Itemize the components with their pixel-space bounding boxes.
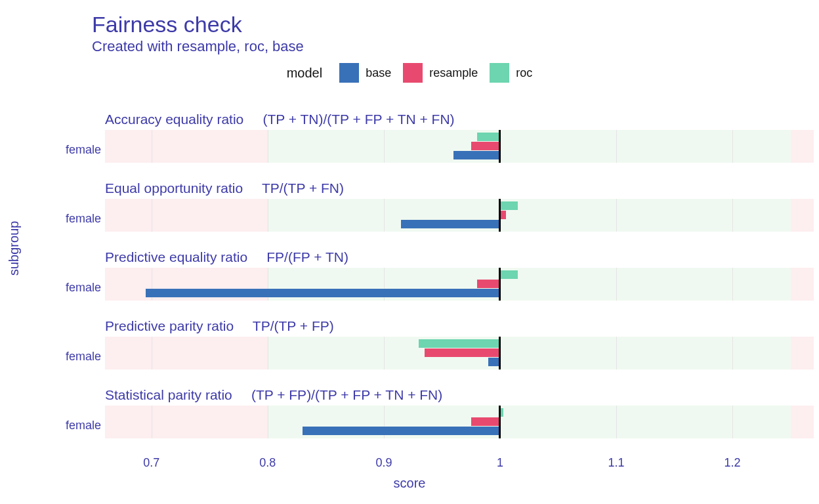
plot-panel bbox=[105, 130, 814, 163]
facet-ylabel: female bbox=[35, 419, 101, 432]
bar-resample bbox=[477, 280, 500, 288]
facet-title: Statistical parity ratio (TP + FP)/(TP +… bbox=[105, 387, 442, 403]
facet-ylabel: female bbox=[35, 350, 101, 364]
bar-roc bbox=[500, 270, 518, 279]
swatch-roc bbox=[490, 63, 509, 83]
xtick-label: 1.2 bbox=[724, 456, 741, 470]
facet-ylabel: female bbox=[35, 212, 101, 226]
chart-title: Fairness check bbox=[92, 12, 242, 37]
xtick-label: 1.1 bbox=[608, 456, 625, 470]
reference-line bbox=[499, 199, 501, 232]
xtick-label: 0.7 bbox=[143, 456, 159, 470]
facet-ylabel: female bbox=[35, 281, 101, 295]
facet-ylabel: female bbox=[35, 143, 101, 157]
bar-roc bbox=[500, 201, 518, 210]
chart-subtitle: Created with resample, roc, base bbox=[92, 38, 304, 55]
y-axis-label: subgroup bbox=[7, 221, 22, 276]
swatch-base bbox=[339, 63, 359, 83]
legend-label-resample: resample bbox=[429, 66, 478, 80]
x-axis-label: score bbox=[0, 476, 819, 491]
x-axis: 0.70.80.911.11.2 bbox=[105, 456, 814, 476]
bar-roc bbox=[419, 339, 500, 348]
bar-base bbox=[146, 289, 500, 297]
legend: model base resample roc bbox=[0, 63, 819, 83]
bar-resample bbox=[425, 348, 500, 357]
xtick-label: 0.9 bbox=[375, 456, 392, 470]
facet-title: Equal opportunity ratio TP/(TP + FN) bbox=[105, 180, 344, 196]
legend-item-roc: roc bbox=[490, 63, 532, 83]
plot-panel bbox=[105, 199, 814, 232]
legend-item-resample: resample bbox=[403, 63, 478, 83]
facet-title: Predictive parity ratio TP/(TP + FP) bbox=[105, 318, 334, 334]
xtick-label: 0.8 bbox=[259, 456, 276, 470]
plot-panel bbox=[105, 337, 814, 369]
bar-base bbox=[303, 427, 500, 435]
reference-line bbox=[499, 337, 501, 369]
reference-line bbox=[499, 268, 501, 301]
facet-title: Accuracy equality ratio (TP + TN)/(TP + … bbox=[105, 112, 455, 127]
reference-line bbox=[499, 130, 501, 163]
facet-0: Accuracy equality ratio (TP + TN)/(TP + … bbox=[105, 112, 814, 171]
plot-panel bbox=[105, 406, 814, 438]
facet-1: Equal opportunity ratio TP/(TP + FN)fema… bbox=[105, 180, 814, 240]
legend-label-base: base bbox=[366, 66, 391, 80]
facet-3: Predictive parity ratio TP/(TP + FP)fema… bbox=[105, 318, 814, 377]
facet-2: Predictive equality ratio FP/(FP + TN)fe… bbox=[105, 249, 814, 308]
legend-title: model bbox=[287, 66, 322, 81]
bar-resample bbox=[471, 142, 500, 150]
swatch-resample bbox=[403, 63, 423, 83]
facet-4: Statistical parity ratio (TP + FP)/(TP +… bbox=[105, 387, 814, 446]
legend-label-roc: roc bbox=[516, 66, 532, 80]
bar-base bbox=[453, 151, 500, 159]
plot-panel bbox=[105, 268, 814, 301]
chart-area: 0.70.80.911.11.2 Accuracy equality ratio… bbox=[33, 98, 814, 459]
facet-title: Predictive equality ratio FP/(FP + TN) bbox=[105, 249, 348, 265]
bar-base bbox=[488, 358, 500, 366]
legend-item-base: base bbox=[339, 63, 391, 83]
xtick-label: 1 bbox=[497, 456, 503, 470]
bar-roc bbox=[477, 133, 500, 141]
bar-base bbox=[401, 220, 499, 228]
bar-resample bbox=[471, 417, 500, 426]
reference-line bbox=[499, 406, 501, 438]
